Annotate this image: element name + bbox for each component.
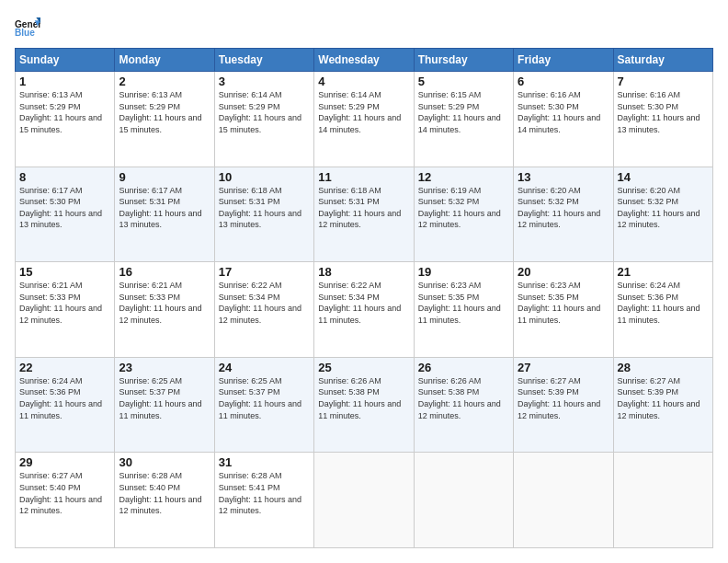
col-thursday: Thursday [414, 49, 513, 72]
day-info: Sunrise: 6:24 AM Sunset: 5:36 PM Dayligh… [618, 280, 709, 326]
day-info: Sunrise: 6:18 AM Sunset: 5:31 PM Dayligh… [318, 185, 409, 231]
day-number: 7 [618, 75, 709, 88]
day-number: 9 [119, 170, 210, 184]
table-row: 18 Sunrise: 6:22 AM Sunset: 5:34 PM Dayl… [314, 262, 414, 358]
table-row: 20 Sunrise: 6:23 AM Sunset: 5:35 PM Dayl… [514, 262, 613, 358]
svg-text:Blue: Blue [15, 28, 35, 38]
day-info: Sunrise: 6:20 AM Sunset: 5:32 PM Dayligh… [618, 185, 709, 231]
day-info: Sunrise: 6:14 AM Sunset: 5:29 PM Dayligh… [318, 89, 409, 135]
day-number: 15 [19, 265, 110, 279]
col-sunday: Sunday [16, 49, 115, 72]
table-row: 30 Sunrise: 6:28 AM Sunset: 5:40 PM Dayl… [115, 453, 214, 548]
day-number: 30 [119, 455, 210, 469]
day-info: Sunrise: 6:28 AM Sunset: 5:40 PM Dayligh… [119, 470, 210, 516]
table-row: 31 Sunrise: 6:28 AM Sunset: 5:41 PM Dayl… [214, 453, 313, 548]
col-saturday: Saturday [613, 49, 712, 72]
table-row: 10 Sunrise: 6:18 AM Sunset: 5:31 PM Dayl… [214, 167, 313, 262]
day-number: 20 [518, 265, 609, 279]
calendar-header-row: Sunday Monday Tuesday Wednesday Thursday… [16, 49, 713, 72]
table-row: 2 Sunrise: 6:13 AM Sunset: 5:29 PM Dayli… [115, 72, 214, 167]
day-info: Sunrise: 6:25 AM Sunset: 5:37 PM Dayligh… [219, 375, 310, 421]
day-info: Sunrise: 6:23 AM Sunset: 5:35 PM Dayligh… [518, 280, 609, 326]
table-row: 17 Sunrise: 6:22 AM Sunset: 5:34 PM Dayl… [214, 262, 313, 358]
table-row: 15 Sunrise: 6:21 AM Sunset: 5:33 PM Dayl… [16, 262, 115, 358]
day-number: 24 [219, 361, 310, 374]
day-info: Sunrise: 6:20 AM Sunset: 5:32 PM Dayligh… [518, 185, 609, 231]
table-row: 9 Sunrise: 6:17 AM Sunset: 5:31 PM Dayli… [115, 167, 214, 262]
table-row: 24 Sunrise: 6:25 AM Sunset: 5:37 PM Dayl… [214, 357, 313, 453]
table-row [514, 453, 613, 548]
col-monday: Monday [115, 49, 214, 72]
day-info: Sunrise: 6:26 AM Sunset: 5:38 PM Dayligh… [318, 375, 409, 421]
logo: General Blue [15, 15, 46, 40]
table-row: 4 Sunrise: 6:14 AM Sunset: 5:29 PM Dayli… [314, 72, 414, 167]
day-info: Sunrise: 6:21 AM Sunset: 5:33 PM Dayligh… [19, 280, 110, 326]
day-number: 23 [119, 361, 210, 374]
day-info: Sunrise: 6:13 AM Sunset: 5:29 PM Dayligh… [19, 89, 110, 135]
day-info: Sunrise: 6:13 AM Sunset: 5:29 PM Dayligh… [119, 89, 210, 135]
day-number: 10 [219, 170, 310, 184]
day-info: Sunrise: 6:27 AM Sunset: 5:39 PM Dayligh… [618, 375, 709, 421]
table-row: 12 Sunrise: 6:19 AM Sunset: 5:32 PM Dayl… [414, 167, 513, 262]
day-info: Sunrise: 6:26 AM Sunset: 5:38 PM Dayligh… [418, 375, 509, 421]
table-row: 8 Sunrise: 6:17 AM Sunset: 5:30 PM Dayli… [16, 167, 115, 262]
day-number: 5 [418, 75, 509, 88]
day-info: Sunrise: 6:24 AM Sunset: 5:36 PM Dayligh… [19, 375, 110, 421]
day-number: 19 [418, 265, 509, 279]
table-row: 25 Sunrise: 6:26 AM Sunset: 5:38 PM Dayl… [314, 357, 414, 453]
table-row: 21 Sunrise: 6:24 AM Sunset: 5:36 PM Dayl… [613, 262, 712, 358]
calendar-week-row: 8 Sunrise: 6:17 AM Sunset: 5:30 PM Dayli… [16, 167, 713, 262]
day-number: 22 [19, 361, 110, 374]
day-number: 25 [318, 361, 409, 374]
calendar-week-row: 1 Sunrise: 6:13 AM Sunset: 5:29 PM Dayli… [16, 72, 713, 167]
calendar-week-row: 29 Sunrise: 6:27 AM Sunset: 5:40 PM Dayl… [16, 453, 713, 548]
table-row: 29 Sunrise: 6:27 AM Sunset: 5:40 PM Dayl… [16, 453, 115, 548]
day-info: Sunrise: 6:27 AM Sunset: 5:39 PM Dayligh… [518, 375, 609, 421]
day-number: 27 [518, 361, 609, 374]
table-row: 16 Sunrise: 6:21 AM Sunset: 5:33 PM Dayl… [115, 262, 214, 358]
col-wednesday: Wednesday [314, 49, 414, 72]
day-info: Sunrise: 6:25 AM Sunset: 5:37 PM Dayligh… [119, 375, 210, 421]
day-number: 4 [318, 75, 409, 88]
table-row: 1 Sunrise: 6:13 AM Sunset: 5:29 PM Dayli… [16, 72, 115, 167]
table-row: 13 Sunrise: 6:20 AM Sunset: 5:32 PM Dayl… [514, 167, 613, 262]
col-tuesday: Tuesday [214, 49, 313, 72]
day-info: Sunrise: 6:22 AM Sunset: 5:34 PM Dayligh… [219, 280, 310, 326]
day-info: Sunrise: 6:23 AM Sunset: 5:35 PM Dayligh… [418, 280, 509, 326]
calendar-week-row: 22 Sunrise: 6:24 AM Sunset: 5:36 PM Dayl… [16, 357, 713, 453]
day-info: Sunrise: 6:15 AM Sunset: 5:29 PM Dayligh… [418, 89, 509, 135]
table-row: 6 Sunrise: 6:16 AM Sunset: 5:30 PM Dayli… [514, 72, 613, 167]
day-info: Sunrise: 6:22 AM Sunset: 5:34 PM Dayligh… [318, 280, 409, 326]
day-number: 14 [618, 170, 709, 184]
table-row: 3 Sunrise: 6:14 AM Sunset: 5:29 PM Dayli… [214, 72, 313, 167]
calendar-week-row: 15 Sunrise: 6:21 AM Sunset: 5:33 PM Dayl… [16, 262, 713, 358]
table-row: 5 Sunrise: 6:15 AM Sunset: 5:29 PM Dayli… [414, 72, 513, 167]
table-row [414, 453, 513, 548]
day-info: Sunrise: 6:16 AM Sunset: 5:30 PM Dayligh… [518, 89, 609, 135]
day-number: 6 [518, 75, 609, 88]
day-info: Sunrise: 6:17 AM Sunset: 5:31 PM Dayligh… [119, 185, 210, 231]
day-info: Sunrise: 6:27 AM Sunset: 5:40 PM Dayligh… [19, 470, 110, 516]
table-row: 22 Sunrise: 6:24 AM Sunset: 5:36 PM Dayl… [16, 357, 115, 453]
day-number: 17 [219, 265, 310, 279]
day-info: Sunrise: 6:19 AM Sunset: 5:32 PM Dayligh… [418, 185, 509, 231]
col-friday: Friday [514, 49, 613, 72]
day-info: Sunrise: 6:28 AM Sunset: 5:41 PM Dayligh… [219, 470, 310, 516]
day-number: 28 [618, 361, 709, 374]
day-number: 8 [19, 170, 110, 184]
table-row: 28 Sunrise: 6:27 AM Sunset: 5:39 PM Dayl… [613, 357, 712, 453]
table-row [314, 453, 414, 548]
header: General Blue [15, 15, 713, 40]
table-row: 11 Sunrise: 6:18 AM Sunset: 5:31 PM Dayl… [314, 167, 414, 262]
day-info: Sunrise: 6:17 AM Sunset: 5:30 PM Dayligh… [19, 185, 110, 231]
day-info: Sunrise: 6:14 AM Sunset: 5:29 PM Dayligh… [219, 89, 310, 135]
day-info: Sunrise: 6:16 AM Sunset: 5:30 PM Dayligh… [618, 89, 709, 135]
table-row: 27 Sunrise: 6:27 AM Sunset: 5:39 PM Dayl… [514, 357, 613, 453]
day-number: 1 [19, 75, 110, 88]
day-number: 13 [518, 170, 609, 184]
calendar-table: Sunday Monday Tuesday Wednesday Thursday… [15, 48, 713, 548]
day-number: 11 [318, 170, 409, 184]
table-row [613, 453, 712, 548]
day-number: 12 [418, 170, 509, 184]
page: General Blue Sunday Monday Tuesday Wedne… [0, 0, 728, 563]
